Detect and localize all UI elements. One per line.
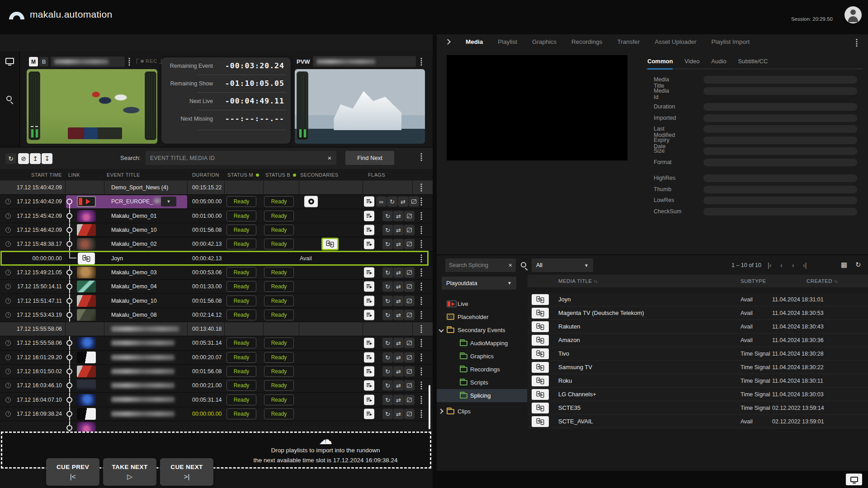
tab-transfer[interactable]: Transfer <box>617 38 640 45</box>
noimg-flag-icon[interactable] <box>409 197 419 207</box>
cue-prev-button[interactable]: CUE PREV |< <box>46 458 99 486</box>
loop-flag-icon[interactable]: ↻ <box>382 296 393 306</box>
playlist-flag-icon[interactable] <box>364 352 374 362</box>
preview-menu[interactable] <box>420 57 422 66</box>
metadata-tab-audio[interactable]: Audio <box>711 58 726 70</box>
playoutdata-dropdown[interactable]: Playoutdata ▼ <box>442 277 516 290</box>
media-row[interactable]: RokuTime Signal11.04.2024 18:30:11 <box>528 374 868 388</box>
jump-to-top-icon[interactable]: ↥ <box>30 153 41 164</box>
noimg-flag-icon[interactable] <box>404 366 415 377</box>
search-icon[interactable] <box>521 262 526 267</box>
osd-monitor-button[interactable] <box>846 474 862 485</box>
splicing-search-field[interactable]: × <box>445 258 516 272</box>
playlist-flag-icon[interactable] <box>364 239 374 249</box>
rundown-scrollbar[interactable] <box>429 385 430 429</box>
rundown-row[interactable]: 17.12 15:53:43.19Makalu_Demo_0800:02:14.… <box>0 308 433 322</box>
field-input-expiry-date[interactable] <box>703 136 857 144</box>
media-row[interactable]: JoynAvail11.04.2024 18:31:01 <box>528 293 868 306</box>
playlist-flag-icon[interactable] <box>364 394 374 405</box>
row-menu[interactable] <box>420 310 422 319</box>
swap-flag-icon[interactable]: ⇄ <box>393 380 404 391</box>
loop-flag-icon[interactable]: ↻ <box>382 394 393 405</box>
grid-view-icon[interactable]: ▦ <box>841 261 847 269</box>
row-menu[interactable] <box>420 211 422 220</box>
rundown-row[interactable]: 17.12 16:01:29.2000:00:20.07ReadyReady↻⇄ <box>0 351 433 365</box>
metadata-tab-video[interactable]: Video <box>684 58 699 70</box>
tab-playlist-import[interactable]: Playlist Import <box>711 38 750 45</box>
field-input-thumb[interactable] <box>703 186 857 193</box>
swap-flag-icon[interactable]: ⇄ <box>393 352 404 362</box>
rundown-row[interactable]: 17.12 15:40:42.09PCR_EUROPE_▼00:05:00.00… <box>0 195 433 209</box>
rundown-row[interactable]: 17.12 16:04:07.1000:05:31.14ReadyReady↻⇄ <box>0 393 433 407</box>
playlist-flag-icon[interactable] <box>364 211 374 221</box>
field-input-highres[interactable] <box>703 174 857 182</box>
clear-search-icon[interactable]: × <box>323 154 336 162</box>
refresh-icon[interactable]: ↻ <box>5 153 16 164</box>
row-menu[interactable] <box>420 325 422 333</box>
row-menu[interactable] <box>420 409 422 418</box>
metadata-tab-subtitle-cc[interactable]: Subtitle/CC <box>738 58 768 70</box>
noimg-flag-icon[interactable] <box>404 352 415 362</box>
take-next-button[interactable]: TAKE NEXT ▷ <box>103 458 156 486</box>
tree-item-scripts[interactable]: Scripts <box>437 376 527 389</box>
preview-title-dropdown-redacted[interactable] <box>313 56 416 67</box>
loop-flag-icon[interactable]: ↻ <box>382 338 393 348</box>
noimg-flag-icon[interactable] <box>404 394 415 405</box>
search-view-icon[interactable] <box>6 96 12 101</box>
field-input-last-modified[interactable] <box>703 125 857 133</box>
tab-recordings[interactable]: Recordings <box>571 38 602 45</box>
playlist-flag-icon[interactable] <box>364 408 374 419</box>
swap-flag-icon[interactable]: ⇄ <box>393 296 404 306</box>
playlist-flag-icon[interactable] <box>364 197 374 207</box>
row-menu[interactable] <box>420 240 422 249</box>
swap-flag-icon[interactable]: ⇄ <box>393 394 404 405</box>
sort-icon[interactable]: ↑↓ <box>594 279 597 284</box>
first-page-icon[interactable]: |‹ <box>768 262 771 269</box>
user-avatar[interactable] <box>844 6 862 23</box>
field-input-checksum[interactable] <box>703 208 857 216</box>
tab-asset-uploader[interactable]: Asset Uploader <box>655 38 696 45</box>
loop-flag-icon[interactable]: ↻ <box>382 225 393 235</box>
program-menu[interactable] <box>128 57 130 66</box>
chevron-down-icon[interactable] <box>439 327 443 332</box>
media-row[interactable]: LG Channels+Time Signal11.04.2024 18:30:… <box>528 388 868 401</box>
tree-item-placeholder[interactable]: Placeholder <box>437 310 527 324</box>
playlist-flag-icon[interactable] <box>364 380 374 391</box>
splice-secondary-icon-selected[interactable] <box>321 238 339 250</box>
rundown-group-row[interactable]: 17.12 15:55:58.0600:13:40.18 <box>0 322 433 336</box>
tree-item-audiomapping[interactable]: AudioMapping <box>437 337 527 350</box>
source-dropdown[interactable]: ▼ <box>161 197 176 206</box>
rundown-row[interactable]: 17.12 16:01:50.0200:01:56.08ReadyReady↻⇄ <box>0 365 433 379</box>
tab-graphics[interactable]: Graphics <box>532 38 557 45</box>
noimg-flag-icon[interactable] <box>404 239 415 249</box>
swap-flag-icon[interactable]: ⇄ <box>393 310 404 320</box>
row-menu[interactable] <box>420 296 422 305</box>
rundown-row[interactable]: 17.12 15:46:42.09Makalu_Demo_1000:01:56.… <box>0 223 433 237</box>
swap-flag-icon[interactable]: ⇄ <box>393 282 404 292</box>
media-row[interactable]: Samsung TVTime Signal11.04.2024 18:30:22 <box>528 361 868 374</box>
refresh-list-icon[interactable]: ↻ <box>855 261 861 269</box>
noimg-flag-icon[interactable] <box>404 211 415 221</box>
loop-flag-icon[interactable]: ↻ <box>382 408 393 419</box>
loop-flag-icon[interactable]: ↻ <box>387 197 397 207</box>
cue-next-button[interactable]: CUE NEXT >| <box>160 458 213 486</box>
row-menu[interactable] <box>420 197 422 206</box>
noimg-flag-icon[interactable] <box>404 225 415 235</box>
loop-flag-icon[interactable]: ↻ <box>382 352 393 362</box>
sort-icon[interactable]: ↑↓ <box>834 279 838 284</box>
media-panel-menu[interactable] <box>856 38 858 47</box>
row-menu[interactable] <box>420 381 422 390</box>
rundown-secondary-row[interactable]: 00:00:00.00Joyn00:00:42.13Avail <box>0 251 433 265</box>
field-input-imported[interactable] <box>703 114 857 122</box>
subtype-filter-dropdown[interactable]: All ▼ <box>532 258 593 272</box>
row-menu[interactable] <box>420 183 422 192</box>
rundown-row[interactable]: 17.12 16:09:38.2400:00:00.00ReadyReady↻⇄ <box>0 407 433 421</box>
infinity-flag-icon[interactable]: ∞ <box>376 197 387 207</box>
media-row[interactable]: TivoTime Signal11.04.2024 18:30:28 <box>528 347 868 361</box>
tab-media[interactable]: Media <box>466 38 483 45</box>
field-input-lowres[interactable] <box>703 197 857 204</box>
backup-channel-button[interactable]: B <box>39 57 48 66</box>
rundown-row[interactable]: 17.12 15:55:58.0600:05:31.14ReadyReady↻⇄ <box>0 336 433 350</box>
playlist-flag-icon[interactable] <box>364 338 374 348</box>
row-menu[interactable] <box>420 395 422 404</box>
